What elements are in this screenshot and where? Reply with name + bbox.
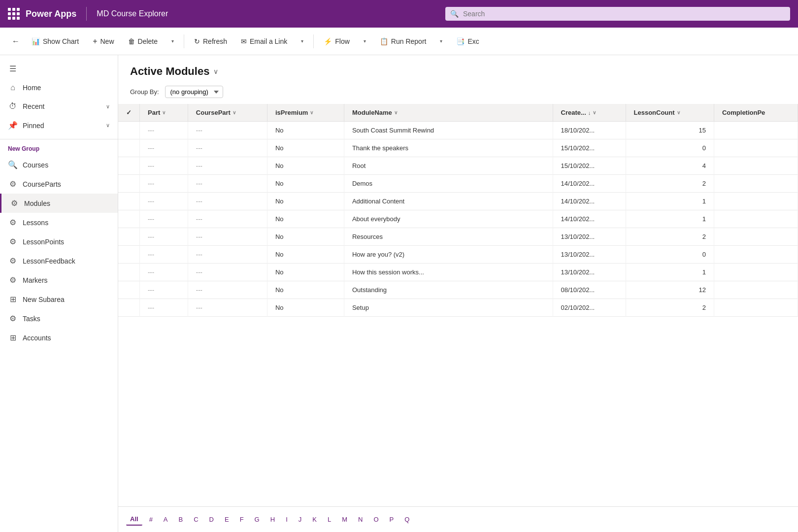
sidebar-item-home[interactable]: ⌂ Home: [0, 78, 118, 97]
page-letter-D[interactable]: D: [205, 514, 218, 525]
page-letter-B[interactable]: B: [175, 514, 187, 525]
refresh-button[interactable]: ↻ Refresh: [188, 34, 233, 48]
page-letter-P[interactable]: P: [386, 514, 398, 525]
apps-icon[interactable]: [8, 8, 20, 20]
page-letter-A[interactable]: A: [160, 514, 172, 525]
page-letter-J[interactable]: J: [295, 514, 306, 525]
cell-check: [118, 299, 140, 317]
page-letter-C[interactable]: C: [190, 514, 202, 525]
table-row[interactable]: --- --- No Demos 14/10/202... 2: [118, 175, 798, 193]
cell-part: ---: [140, 175, 188, 193]
main-content: Active Modules ∨ Group By: (no grouping)…: [118, 55, 798, 532]
col-header-coursepart[interactable]: CoursePart ∨: [188, 104, 267, 122]
page-letter-Q[interactable]: Q: [400, 514, 413, 525]
page-letter-K[interactable]: K: [308, 514, 321, 525]
page-letter-N[interactable]: N: [354, 514, 366, 525]
search-wrapper: 🔍: [445, 7, 790, 21]
table-row[interactable]: --- --- No Additional Content 14/10/202.…: [118, 193, 798, 210]
sidebar-pinned-label: Pinned: [23, 122, 101, 130]
page-letter-E[interactable]: E: [221, 514, 233, 525]
run-report-caret-button[interactable]: ▾: [434, 35, 448, 47]
page-letter-L[interactable]: L: [324, 514, 335, 525]
cell-completionpe: [714, 246, 798, 264]
recent-icon: ⏱: [8, 102, 18, 111]
table-row[interactable]: --- --- No Setup 02/10/202... 2: [118, 299, 798, 317]
flow-caret-button[interactable]: ▾: [358, 35, 372, 47]
cell-modulename: Root: [344, 157, 553, 175]
page-letter-M[interactable]: M: [338, 514, 351, 525]
sidebar-item-lessonfeedback[interactable]: ⚙ LessonFeedback: [0, 251, 118, 270]
sidebar-item-courses[interactable]: 🔍 Courses: [0, 155, 118, 174]
delete-icon: 🗑: [128, 37, 135, 45]
table-row[interactable]: --- --- No Resources 13/10/202... 2: [118, 228, 798, 246]
sidebar-item-recent[interactable]: ⏱ Recent ∨: [0, 97, 118, 116]
cell-created: 13/10/202...: [553, 228, 626, 246]
table-row[interactable]: --- --- No South Coast Summit Rewind 18/…: [118, 122, 798, 139]
col-header-completionpe[interactable]: CompletionPe: [714, 104, 798, 122]
page-letter-All[interactable]: All: [126, 513, 142, 526]
sidebar-item-accounts[interactable]: ⊞ Accounts: [0, 328, 118, 347]
sidebar-item-tasks[interactable]: ⚙ Tasks: [0, 309, 118, 328]
sidebar-item-newsubarea[interactable]: ⊞ New Subarea: [0, 290, 118, 309]
col-header-modulename[interactable]: ModuleName ∨: [344, 104, 553, 122]
page-letter-#[interactable]: #: [145, 514, 157, 525]
cell-completionpe: [714, 228, 798, 246]
new-button[interactable]: + New: [87, 34, 120, 49]
cell-check: [118, 175, 140, 193]
run-report-button[interactable]: 📋 Run Report: [374, 34, 432, 48]
sidebar-item-modules[interactable]: ⚙ Modules: [0, 194, 118, 213]
lessonfeedback-icon: ⚙: [8, 256, 18, 266]
delete-button[interactable]: 🗑 Delete: [122, 34, 164, 48]
cell-modulename: About everybody: [344, 210, 553, 228]
page-letter-H[interactable]: H: [266, 514, 279, 525]
page-letter-F[interactable]: F: [236, 514, 248, 525]
table-row[interactable]: --- --- No How this session works... 13/…: [118, 264, 798, 281]
home-icon: ⌂: [8, 83, 18, 92]
sidebar-item-lessons[interactable]: ⚙ Lessons: [0, 213, 118, 232]
cell-part: ---: [140, 228, 188, 246]
email-link-caret-button[interactable]: ▾: [295, 35, 309, 47]
page-title: Active Modules: [130, 65, 209, 78]
sidebar-item-pinned[interactable]: 📌 Pinned ∨: [0, 116, 118, 135]
col-header-part[interactable]: Part ∨: [140, 104, 188, 122]
cell-completionpe: [714, 299, 798, 317]
cell-created: 14/10/202...: [553, 210, 626, 228]
table-row[interactable]: --- --- No Outstanding 08/10/202... 12: [118, 281, 798, 299]
email-link-button[interactable]: ✉ Email a Link: [235, 34, 293, 48]
page-letter-G[interactable]: G: [251, 514, 264, 525]
export-icon: 📑: [456, 37, 465, 45]
sidebar-item-lessonpoints[interactable]: ⚙ LessonPoints: [0, 232, 118, 251]
title-caret-icon[interactable]: ∨: [213, 67, 218, 75]
sidebar-item-hamburger[interactable]: ☰: [0, 59, 118, 78]
cell-coursepart: ---: [188, 264, 267, 281]
delete-caret-button[interactable]: ▾: [166, 35, 180, 47]
toolbar-sep-2: [313, 34, 314, 48]
page-letter-O[interactable]: O: [369, 514, 382, 525]
col-header-created[interactable]: Create... ↓ ∨: [553, 104, 626, 122]
accounts-icon: ⊞: [8, 333, 18, 342]
sidebar-item-markers[interactable]: ⚙ Markers: [0, 270, 118, 290]
group-by-select[interactable]: (no grouping): [165, 86, 223, 98]
col-header-ispremium[interactable]: isPremium ∨: [267, 104, 344, 122]
sidebar-item-courseparts[interactable]: ⚙ CourseParts: [0, 174, 118, 194]
page-letter-I[interactable]: I: [282, 514, 292, 525]
table-row[interactable]: --- --- No How are you? (v2) 13/10/202..…: [118, 246, 798, 264]
col-header-check[interactable]: ✓: [118, 104, 140, 122]
export-button[interactable]: 📑 Exc: [450, 34, 485, 48]
table-row[interactable]: --- --- No Thank the speakers 15/10/202.…: [118, 139, 798, 157]
cell-completionpe: [714, 139, 798, 157]
cell-check: [118, 210, 140, 228]
modules-table: ✓ Part ∨ CoursePart ∨: [118, 104, 798, 317]
table-row[interactable]: --- --- No Root 15/10/202... 4: [118, 157, 798, 175]
cell-check: [118, 264, 140, 281]
table-row[interactable]: --- --- No About everybody 14/10/202... …: [118, 210, 798, 228]
flow-button[interactable]: ⚡ Flow: [318, 34, 356, 48]
cell-completionpe: [714, 210, 798, 228]
search-input[interactable]: [445, 7, 790, 21]
table-header-row: ✓ Part ∨ CoursePart ∨: [118, 104, 798, 122]
back-button[interactable]: ←: [8, 33, 24, 49]
cell-created: 18/10/202...: [553, 122, 626, 139]
cell-ispremium: No: [267, 139, 344, 157]
col-header-lessoncount[interactable]: LessonCount ∨: [626, 104, 714, 122]
show-chart-button[interactable]: 📊 Show Chart: [26, 34, 85, 48]
